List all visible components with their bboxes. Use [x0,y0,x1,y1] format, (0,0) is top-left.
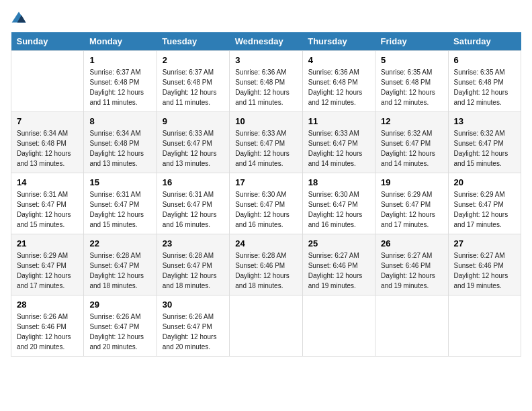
calendar-cell: 3Sunrise: 6:36 AMSunset: 6:48 PMDaylight… [230,51,302,112]
day-number: 23 [163,238,224,248]
cell-info: Sunrise: 6:27 AMSunset: 6:46 PMDaylight:… [308,250,369,291]
calendar-cell: 26Sunrise: 6:27 AMSunset: 6:46 PMDayligh… [375,234,448,295]
day-number: 1 [89,55,150,65]
calendar-cell: 4Sunrise: 6:36 AMSunset: 6:48 PMDaylight… [302,51,375,112]
cell-info: Sunrise: 6:31 AMSunset: 6:47 PMDaylight:… [17,189,78,230]
logo [11,11,30,24]
calendar-cell: 7Sunrise: 6:34 AMSunset: 6:48 PMDaylight… [11,112,84,173]
cell-info: Sunrise: 6:26 AMSunset: 6:46 PMDaylight:… [17,312,78,352]
day-header-tuesday: Tuesday [157,32,229,51]
calendar-cell: 24Sunrise: 6:28 AMSunset: 6:46 PMDayligh… [230,234,302,295]
week-row-2: 7Sunrise: 6:34 AMSunset: 6:48 PMDaylight… [11,112,521,173]
cell-info: Sunrise: 6:31 AMSunset: 6:47 PMDaylight:… [163,189,224,230]
logo-icon [11,11,27,24]
cell-info: Sunrise: 6:29 AMSunset: 6:47 PMDaylight:… [454,189,515,230]
day-number: 30 [163,300,224,310]
day-number: 17 [235,177,296,187]
day-number: 18 [308,177,369,187]
cell-info: Sunrise: 6:27 AMSunset: 6:46 PMDaylight:… [381,250,442,291]
day-number: 20 [454,177,515,187]
calendar-table: SundayMondayTuesdayWednesdayThursdayFrid… [11,32,521,357]
calendar-cell: 20Sunrise: 6:29 AMSunset: 6:47 PMDayligh… [448,173,521,234]
cell-info: Sunrise: 6:26 AMSunset: 6:47 PMDaylight:… [89,312,150,352]
cell-info: Sunrise: 6:31 AMSunset: 6:47 PMDaylight:… [89,189,150,230]
cell-info: Sunrise: 6:29 AMSunset: 6:47 PMDaylight:… [17,250,78,291]
cell-info: Sunrise: 6:37 AMSunset: 6:48 PMDaylight:… [163,67,224,107]
day-number: 2 [163,55,224,65]
day-number: 15 [89,177,150,187]
day-number: 26 [381,238,442,248]
cell-info: Sunrise: 6:32 AMSunset: 6:47 PMDaylight:… [381,128,442,169]
calendar-cell: 5Sunrise: 6:35 AMSunset: 6:48 PMDaylight… [375,51,448,112]
calendar-cell: 13Sunrise: 6:32 AMSunset: 6:47 PMDayligh… [448,112,521,173]
calendar-cell [11,51,84,112]
week-row-3: 14Sunrise: 6:31 AMSunset: 6:47 PMDayligh… [11,173,521,234]
calendar-cell: 9Sunrise: 6:33 AMSunset: 6:47 PMDaylight… [157,112,229,173]
day-number: 13 [454,116,515,126]
calendar-cell: 17Sunrise: 6:30 AMSunset: 6:47 PMDayligh… [230,173,302,234]
calendar-cell: 22Sunrise: 6:28 AMSunset: 6:47 PMDayligh… [84,234,157,295]
day-number: 7 [17,116,78,126]
cell-info: Sunrise: 6:34 AMSunset: 6:48 PMDaylight:… [17,128,78,169]
cell-info: Sunrise: 6:36 AMSunset: 6:48 PMDaylight:… [308,67,369,107]
cell-info: Sunrise: 6:35 AMSunset: 6:48 PMDaylight:… [454,67,515,107]
week-row-1: 1Sunrise: 6:37 AMSunset: 6:48 PMDaylight… [11,51,521,112]
calendar-cell: 12Sunrise: 6:32 AMSunset: 6:47 PMDayligh… [375,112,448,173]
day-header-saturday: Saturday [448,32,521,51]
day-number: 9 [163,116,224,126]
cell-info: Sunrise: 6:28 AMSunset: 6:47 PMDaylight:… [89,250,150,291]
day-number: 11 [308,116,369,126]
calendar-cell: 30Sunrise: 6:26 AMSunset: 6:47 PMDayligh… [157,295,229,357]
cell-info: Sunrise: 6:28 AMSunset: 6:46 PMDaylight:… [235,250,296,291]
week-row-4: 21Sunrise: 6:29 AMSunset: 6:47 PMDayligh… [11,234,521,295]
day-header-monday: Monday [84,32,157,51]
day-number: 29 [89,300,150,310]
day-header-wednesday: Wednesday [230,32,302,51]
day-number: 4 [308,55,369,65]
day-number: 22 [89,238,150,248]
day-number: 27 [454,238,515,248]
day-header-thursday: Thursday [302,32,375,51]
day-header-sunday: Sunday [11,32,84,51]
cell-info: Sunrise: 6:36 AMSunset: 6:48 PMDaylight:… [235,67,296,107]
day-number: 24 [235,238,296,248]
calendar-cell: 16Sunrise: 6:31 AMSunset: 6:47 PMDayligh… [157,173,229,234]
header [11,11,521,24]
day-number: 14 [17,177,78,187]
day-number: 25 [308,238,369,248]
cell-info: Sunrise: 6:27 AMSunset: 6:46 PMDaylight:… [454,250,515,291]
cell-info: Sunrise: 6:28 AMSunset: 6:47 PMDaylight:… [163,250,224,291]
day-number: 6 [454,55,515,65]
day-number: 19 [381,177,442,187]
cell-info: Sunrise: 6:30 AMSunset: 6:47 PMDaylight:… [308,189,369,230]
day-header-friday: Friday [375,32,448,51]
week-row-5: 28Sunrise: 6:26 AMSunset: 6:46 PMDayligh… [11,295,521,357]
cell-info: Sunrise: 6:37 AMSunset: 6:48 PMDaylight:… [89,67,150,107]
calendar-cell [302,295,375,357]
calendar-cell: 10Sunrise: 6:33 AMSunset: 6:47 PMDayligh… [230,112,302,173]
cell-info: Sunrise: 6:33 AMSunset: 6:47 PMDaylight:… [163,128,224,169]
calendar-cell: 18Sunrise: 6:30 AMSunset: 6:47 PMDayligh… [302,173,375,234]
calendar-cell: 15Sunrise: 6:31 AMSunset: 6:47 PMDayligh… [84,173,157,234]
calendar-cell: 25Sunrise: 6:27 AMSunset: 6:46 PMDayligh… [302,234,375,295]
calendar-cell: 28Sunrise: 6:26 AMSunset: 6:46 PMDayligh… [11,295,84,357]
day-number: 5 [381,55,442,65]
calendar-cell [448,295,521,357]
cell-info: Sunrise: 6:26 AMSunset: 6:47 PMDaylight:… [163,312,224,352]
cell-info: Sunrise: 6:33 AMSunset: 6:47 PMDaylight:… [308,128,369,169]
day-number: 21 [17,238,78,248]
day-number: 12 [381,116,442,126]
cell-info: Sunrise: 6:33 AMSunset: 6:47 PMDaylight:… [235,128,296,169]
calendar-cell [230,295,302,357]
header-row: SundayMondayTuesdayWednesdayThursdayFrid… [11,32,521,51]
calendar-cell: 29Sunrise: 6:26 AMSunset: 6:47 PMDayligh… [84,295,157,357]
calendar-cell: 1Sunrise: 6:37 AMSunset: 6:48 PMDaylight… [84,51,157,112]
cell-info: Sunrise: 6:34 AMSunset: 6:48 PMDaylight:… [89,128,150,169]
cell-info: Sunrise: 6:29 AMSunset: 6:47 PMDaylight:… [381,189,442,230]
cell-info: Sunrise: 6:32 AMSunset: 6:47 PMDaylight:… [454,128,515,169]
day-number: 16 [163,177,224,187]
calendar-cell: 27Sunrise: 6:27 AMSunset: 6:46 PMDayligh… [448,234,521,295]
calendar-cell: 6Sunrise: 6:35 AMSunset: 6:48 PMDaylight… [448,51,521,112]
day-number: 10 [235,116,296,126]
calendar-cell: 11Sunrise: 6:33 AMSunset: 6:47 PMDayligh… [302,112,375,173]
